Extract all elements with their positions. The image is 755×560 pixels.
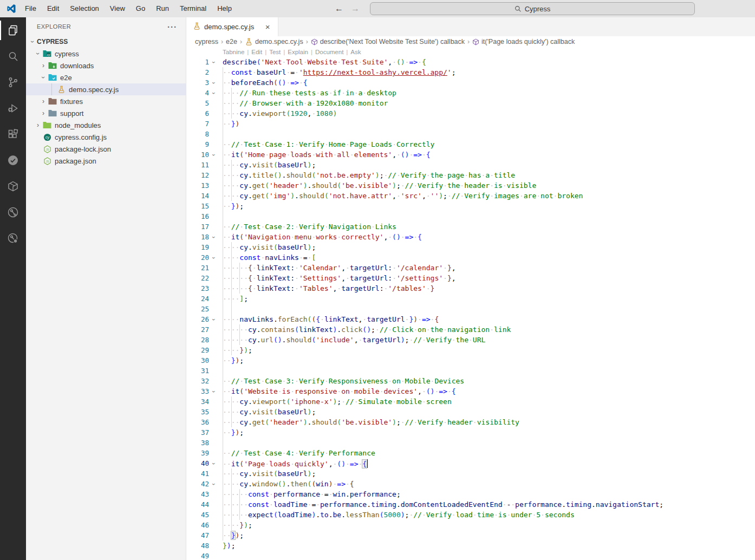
tree-item-package-json[interactable]: JSpackage.json — [26, 155, 186, 167]
code-line-33[interactable]: 33›··it('Website·is·responsive·on·mobile… — [186, 386, 755, 396]
breadcrumb-item[interactable]: it('Page loads quickly') callback — [472, 38, 575, 45]
code-line-46[interactable]: 46····}); — [186, 520, 755, 530]
chevron-right-icon[interactable]: › — [39, 97, 48, 105]
fold-chevron-icon[interactable]: › — [209, 79, 218, 87]
run-debug-icon[interactable] — [0, 95, 26, 121]
close-icon[interactable]: × — [263, 22, 272, 32]
chevron-right-icon[interactable]: › — [39, 62, 48, 69]
code-line-5[interactable]: 5····//·Browser·with·a·1920x1080·monitor — [186, 98, 755, 108]
fold-chevron-icon[interactable]: › — [209, 58, 218, 66]
fold-chevron-icon[interactable]: › — [209, 459, 218, 467]
tree-item-cypress[interactable]: ›cycypress — [26, 48, 186, 60]
menu-view[interactable]: View — [105, 3, 131, 15]
code-line-49[interactable]: 49 — [186, 551, 755, 560]
codelens-test[interactable]: Test — [269, 49, 281, 55]
code-line-16[interactable]: 16 — [186, 211, 755, 222]
fold-chevron-icon[interactable]: › — [209, 233, 218, 241]
circle-branch-icon[interactable] — [0, 199, 26, 225]
code-line-21[interactable]: 21······{·linkText:·'Calendar',·targetUr… — [186, 263, 755, 273]
menu-help[interactable]: Help — [212, 3, 237, 15]
tree-root-row[interactable]: › CYPRESS — [26, 36, 186, 48]
codelens-ask[interactable]: Ask — [350, 49, 361, 55]
menu-file[interactable]: File — [19, 3, 42, 15]
package-cube-icon[interactable] — [0, 173, 26, 199]
code-line-15[interactable]: 15··}); — [186, 201, 755, 211]
code-line-48[interactable]: 48}); — [186, 541, 755, 551]
code-line-24[interactable]: 24····]; — [186, 294, 755, 304]
tree-item-support[interactable]: ›support — [26, 107, 186, 119]
code-editor[interactable]: 1›describe('Next·Tool·Website·Test·Suite… — [186, 57, 755, 560]
code-line-18[interactable]: 18›··it('Navigation·menu·works·correctly… — [186, 232, 755, 242]
nav-back-icon[interactable]: ← — [335, 4, 343, 14]
code-line-36[interactable]: 36····cy.get('header').should('be.visibl… — [186, 417, 755, 427]
explorer-icon[interactable] — [0, 17, 26, 43]
code-line-32[interactable]: 32··//·Test·Case·3:·Verify·Responsivenes… — [186, 376, 755, 386]
source-control-icon[interactable] — [0, 69, 26, 95]
fold-chevron-icon[interactable]: › — [209, 151, 218, 159]
breadcrumb-item[interactable]: e2e — [226, 38, 237, 45]
tree-item-package-lock-json[interactable]: JSpackage-lock.json — [26, 143, 186, 155]
fold-chevron-icon[interactable]: › — [209, 253, 218, 262]
codelens-tabnine[interactable]: Tabnine — [223, 49, 244, 55]
fold-chevron-icon[interactable]: › — [209, 315, 218, 323]
code-line-25[interactable]: 25 — [186, 304, 755, 314]
fold-chevron-icon[interactable]: › — [209, 387, 218, 395]
code-line-27[interactable]: 27······cy.contains(linkText).click();·/… — [186, 324, 755, 335]
menu-edit[interactable]: Edit — [42, 3, 64, 15]
tab-demo-spec[interactable]: demo.spec.cy.js × — [186, 17, 278, 36]
code-line-13[interactable]: 13····cy.get('header').should('be.visibl… — [186, 180, 755, 191]
chevron-right-icon[interactable]: › — [34, 121, 42, 129]
extensions-icon[interactable] — [0, 121, 26, 147]
codelens-edit[interactable]: Edit — [251, 49, 262, 55]
fold-chevron-icon[interactable]: › — [209, 89, 218, 97]
code-line-20[interactable]: 20›····const·navLinks·=·[ — [186, 252, 755, 263]
breadcrumb-item[interactable]: describe('Next Tool Website Test Suite')… — [311, 38, 465, 45]
tree-item-node-modules[interactable]: ›node_modules — [26, 119, 186, 131]
code-line-34[interactable]: 34····cy.viewport('iphone-x');·//·Simula… — [186, 396, 755, 407]
code-line-2[interactable]: 2··const·baseUrl·=·'https://next-tool-as… — [186, 67, 755, 77]
menu-run[interactable]: Run — [151, 3, 174, 15]
code-line-9[interactable]: 9··//·Test·Case·1:·Verify·Home·Page·Load… — [186, 139, 755, 149]
code-line-6[interactable]: 6····cy.viewport(1920,·1080) — [186, 108, 755, 119]
code-line-42[interactable]: 42›····cy.window().then((win)·=>·{ — [186, 479, 755, 489]
explorer-more-actions-icon[interactable]: ··· — [167, 22, 177, 31]
code-line-45[interactable]: 45······expect(loadTime).to.be.lessThan(… — [186, 510, 755, 520]
breadcrumb-item[interactable]: demo.spec.cy.js — [245, 38, 303, 46]
codelens-document[interactable]: Document — [315, 49, 343, 55]
chevron-right-icon[interactable]: › — [39, 109, 48, 117]
code-line-40[interactable]: 40›··it('Page·loads·quickly',·()·=>·{ — [186, 458, 755, 468]
test-check-icon[interactable] — [0, 147, 26, 173]
code-line-43[interactable]: 43······const·performance·=·win.performa… — [186, 489, 755, 499]
code-line-19[interactable]: 19····cy.visit(baseUrl); — [186, 242, 755, 252]
code-line-39[interactable]: 39··//·Test·Case·4:·Verify·Performance — [186, 448, 755, 458]
code-line-11[interactable]: 11····cy.visit(baseUrl); — [186, 160, 755, 170]
nav-forward-icon[interactable]: → — [351, 4, 360, 14]
code-line-17[interactable]: 17··//·Test·Case·2:·Verify·Navigation·Li… — [186, 222, 755, 232]
command-center-search[interactable]: Cypress — [370, 2, 695, 15]
breadcrumb-item[interactable]: cypress — [195, 38, 218, 45]
code-line-35[interactable]: 35····cy.visit(baseUrl); — [186, 407, 755, 417]
code-line-26[interactable]: 26›····navLinks.forEach(({·linkText,·tar… — [186, 314, 755, 324]
code-line-29[interactable]: 29····}); — [186, 345, 755, 355]
code-line-41[interactable]: 41····cy.visit(baseUrl); — [186, 468, 755, 479]
code-line-30[interactable]: 30··}); — [186, 355, 755, 366]
code-line-22[interactable]: 22······{·linkText:·'Settings',·targetUr… — [186, 273, 755, 283]
fold-chevron-icon[interactable]: › — [209, 480, 218, 488]
code-line-8[interactable]: 8 — [186, 129, 755, 139]
chevron-down-icon[interactable]: › — [39, 74, 48, 81]
search-icon[interactable] — [0, 43, 26, 69]
code-line-31[interactable]: 31 — [186, 366, 755, 376]
code-line-12[interactable]: 12····cy.title().should('not.be.empty');… — [186, 170, 755, 180]
code-line-47[interactable]: 47··}); — [186, 530, 755, 541]
menu-selection[interactable]: Selection — [64, 3, 104, 15]
code-line-7[interactable]: 7··}) — [186, 119, 755, 129]
code-line-44[interactable]: 44······const·loadTime·=·performance.tim… — [186, 499, 755, 510]
tree-item-fixtures[interactable]: ›fixtures — [26, 95, 186, 107]
chevron-down-icon[interactable]: › — [29, 37, 36, 46]
codelens-explain[interactable]: Explain — [288, 49, 308, 55]
code-line-4[interactable]: 4›····//·Run·these·tests·as·if·in·a·desk… — [186, 88, 755, 98]
code-line-10[interactable]: 10›··it('Home·page·loads·with·all·elemen… — [186, 149, 755, 160]
code-line-38[interactable]: 38 — [186, 438, 755, 448]
tree-item-downloads[interactable]: ›downloads — [26, 60, 186, 71]
chevron-down-icon[interactable]: › — [34, 50, 42, 57]
